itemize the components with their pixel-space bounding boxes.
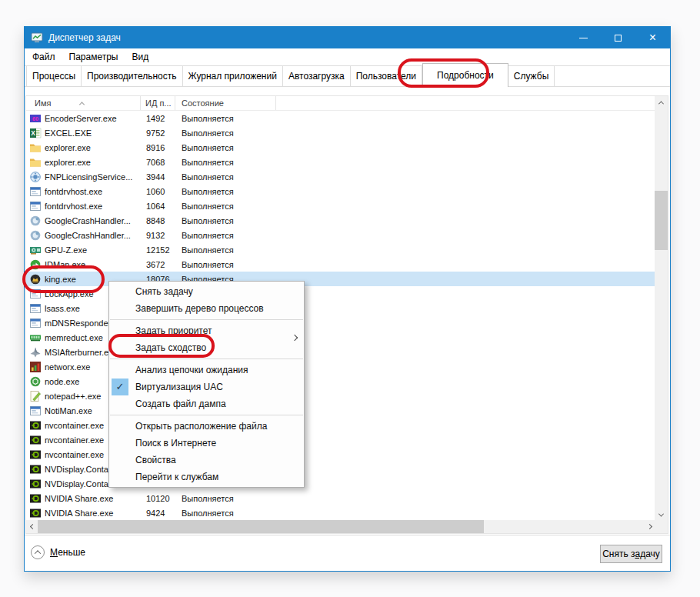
minimize-icon: [579, 38, 588, 38]
excel-icon: X: [29, 127, 42, 139]
crash-handler-icon: [29, 229, 42, 242]
process-name: node.exe: [45, 377, 79, 386]
end-task-button-label: Снять задачу: [602, 549, 660, 559]
nvidia-icon: [29, 449, 42, 461]
process-row[interactable]: 60EncoderServer.exe1492Выполняется: [26, 111, 655, 125]
tab-services[interactable]: Службы: [508, 66, 555, 86]
process-pid: 8916: [141, 143, 175, 152]
process-name: IDMan.exe: [45, 260, 85, 269]
process-row[interactable]: NVIDIA Share.exe9424Выполняется: [26, 505, 655, 520]
encoder-icon: 60: [29, 112, 42, 125]
process-name: nvcontainer.exe: [45, 450, 104, 459]
process-row[interactable]: IDMan.exe3672Выполняется: [26, 257, 655, 272]
process-row[interactable]: FNPLicensingService...3944Выполняется: [26, 169, 655, 184]
window-controls: ×: [566, 27, 670, 48]
vertical-scrollbar-thumb[interactable]: [655, 191, 668, 250]
app-window-icon: [29, 185, 42, 198]
nvidia-icon: [29, 492, 42, 505]
process-pid: 7068: [141, 158, 175, 167]
process-name: lsass.exe: [45, 304, 80, 313]
scroll-up-arrow[interactable]: [655, 96, 668, 109]
column-header-name[interactable]: Имя: [26, 96, 141, 110]
process-row[interactable]: explorer.exe7068Выполняется: [26, 155, 655, 169]
nvidia-icon: [29, 478, 42, 490]
menu-item-set-affinity[interactable]: Задать сходство: [109, 339, 304, 356]
column-header-status[interactable]: Состояние: [175, 96, 276, 110]
horizontal-scrollbar-thumb[interactable]: [38, 520, 484, 533]
process-status: Выполняется: [175, 128, 406, 138]
menu-view[interactable]: Вид: [125, 49, 155, 65]
nvidia-icon: [29, 463, 42, 475]
nvidia-icon: [29, 507, 42, 519]
menu-item-open-file-location[interactable]: Открыть расположение файла: [109, 418, 304, 435]
process-name: LockApp.exe: [45, 289, 94, 298]
crash-handler-icon: [29, 215, 42, 227]
process-name: king.exe: [45, 275, 76, 284]
process-pid: 10120: [141, 494, 175, 503]
tab-app-history[interactable]: Журнал приложений: [183, 66, 283, 86]
menu-item-search-online[interactable]: Поиск в Интернете: [109, 435, 304, 452]
horizontal-scrollbar[interactable]: [26, 520, 656, 533]
process-row[interactable]: GPU-Z.exe12152Выполняется: [26, 242, 655, 257]
menu-item-go-to-services[interactable]: Перейти к службам: [109, 469, 304, 485]
process-status: Выполняется: [175, 143, 406, 152]
notepad-icon: [29, 390, 42, 402]
process-name: explorer.exe: [45, 158, 91, 167]
process-name: nvcontainer.exe: [45, 421, 104, 430]
process-status: Выполняется: [175, 509, 406, 518]
menu-item-end-process-tree[interactable]: Завершить дерево процессов: [109, 300, 304, 317]
menu-file[interactable]: Файл: [25, 49, 62, 65]
process-status: Выполняется: [175, 202, 406, 211]
menu-item-analyze-wait-chain[interactable]: Анализ цепочки ожидания: [109, 362, 304, 379]
menu-options[interactable]: Параметры: [62, 49, 125, 65]
process-row[interactable]: GoogleCrashHandler...8848Выполняется: [26, 213, 655, 228]
tab-startup[interactable]: Автозагрузка: [283, 66, 351, 86]
maximize-button[interactable]: [601, 27, 635, 48]
folder-icon: [29, 142, 42, 154]
app-window-icon: [29, 288, 42, 300]
process-status: Выполняется: [175, 494, 406, 503]
tab-users[interactable]: Пользователи: [351, 66, 422, 86]
process-row[interactable]: fontdrvhost.exe1060Выполняется: [26, 184, 655, 198]
process-pid: 9424: [141, 509, 175, 518]
tab-performance[interactable]: Производительность: [82, 66, 182, 86]
process-row[interactable]: GoogleCrashHandler...9132Выполняется: [26, 228, 655, 242]
close-button[interactable]: ×: [635, 27, 670, 48]
footer-bar: Меньше Снять задачу: [25, 535, 670, 571]
process-name: notepad++.exe: [45, 392, 101, 401]
titlebar: Диспетчер задач ×: [25, 27, 670, 48]
svg-text:X: X: [31, 129, 35, 137]
process-row[interactable]: XEXCEL.EXE9752Выполняется: [26, 125, 655, 140]
jet-icon: [29, 346, 42, 359]
process-pid: 1492: [141, 114, 175, 123]
process-status: Выполняется: [175, 158, 406, 167]
process-name: networx.exe: [45, 362, 90, 372]
process-status: Выполняется: [175, 216, 406, 225]
process-row[interactable]: NVIDIA Share.exe10120Выполняется: [26, 491, 655, 505]
end-task-button[interactable]: Снять задачу: [600, 545, 662, 563]
minimize-button[interactable]: [566, 27, 601, 48]
menu-item-properties[interactable]: Свойства: [109, 452, 304, 469]
process-name: FNPLicensingService...: [45, 172, 132, 182]
window-title: Диспетчер задач: [48, 32, 121, 43]
fewer-details-label: Меньше: [50, 547, 85, 558]
idm-icon: [29, 258, 42, 271]
fewer-details-toggle[interactable]: Меньше: [31, 545, 85, 559]
vertical-scrollbar[interactable]: [655, 96, 668, 522]
process-row[interactable]: explorer.exe8916Выполняется: [26, 140, 655, 155]
process-row[interactable]: fontdrvhost.exe1064Выполняется: [26, 198, 655, 213]
maximize-icon: [615, 35, 622, 42]
app-window-icon: [29, 405, 42, 417]
context-menu: Снять задачуЗавершить дерево процессовЗа…: [108, 281, 305, 488]
menu-item-set-priority[interactable]: Задать приоритет: [109, 322, 304, 339]
bars-chart-icon: [29, 361, 42, 373]
folder-icon: [29, 156, 42, 168]
menu-item-uac-virtualization[interactable]: Виртуализация UAC✓: [109, 379, 304, 395]
tab-processes[interactable]: Процессы: [26, 66, 82, 86]
tab-details[interactable]: Подробности: [422, 63, 508, 87]
process-status: Выполняется: [175, 187, 406, 196]
menu-item-create-dump-file[interactable]: Создать файл дампа: [109, 395, 304, 412]
process-status: Выполняется: [175, 245, 406, 255]
column-header-pid[interactable]: ИД п...: [141, 96, 175, 110]
menu-item-end-task[interactable]: Снять задачу: [109, 283, 304, 300]
